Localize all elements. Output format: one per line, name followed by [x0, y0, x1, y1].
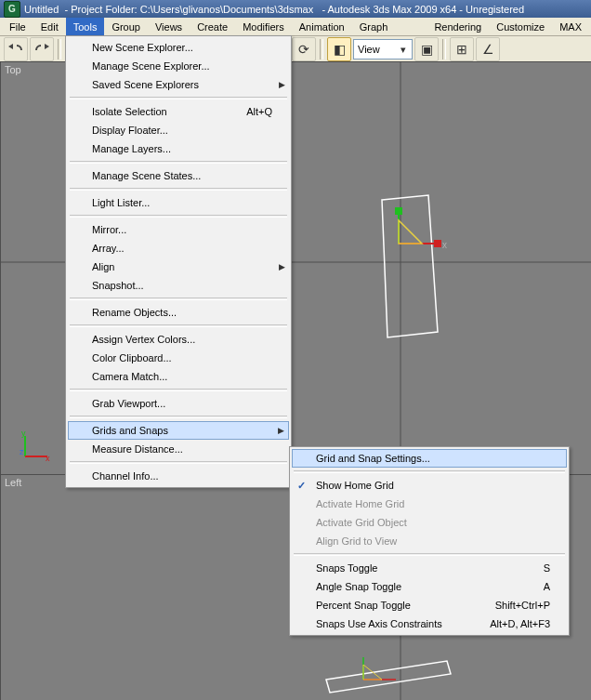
menu-separator — [294, 553, 565, 556]
tools-item-assign-vertex-colors[interactable]: Assign Vertex Colors... — [68, 330, 289, 349]
menu-graph-editors[interactable]: Graph Editors — [352, 18, 427, 35]
grids-item-percent-snap-toggle[interactable]: Percent Snap ToggleShift+Ctrl+P — [292, 596, 567, 614]
menu-tools[interactable]: Tools — [66, 18, 105, 35]
svg-rect-5 — [395, 207, 402, 215]
menu-views[interactable]: Views — [148, 18, 190, 35]
menu-bar: FileEditToolsGroupViewsCreateModifiersAn… — [0, 18, 591, 36]
menu-item-label: Light Lister... — [92, 197, 150, 208]
tools-item-measure-distance[interactable]: Measure Distance... — [68, 440, 289, 458]
tools-item-display-floater[interactable]: Display Floater... — [68, 121, 289, 139]
grids-item-grid-and-snap-settings[interactable]: Grid and Snap Settings... — [292, 449, 567, 468]
grids-item-activate-grid-object: Activate Grid Object — [292, 513, 567, 532]
tools-menu[interactable]: New Scene Explorer...Manage Scene Explor… — [65, 35, 292, 488]
svg-text:x: x — [442, 240, 447, 250]
select-rotate-button[interactable]: ⟳ — [292, 37, 316, 61]
menu-item-label: Grid and Snap Settings... — [316, 453, 430, 464]
svg-marker-19 — [363, 665, 382, 680]
selected-object-left[interactable] — [317, 652, 466, 700]
menu-max[interactable]: MAX — [552, 18, 589, 35]
toolbar-separator — [58, 39, 61, 59]
menu-modifiers[interactable]: Modifiers — [235, 18, 292, 35]
tools-item-light-lister[interactable]: Light Lister... — [68, 193, 289, 212]
menu-separator — [70, 324, 287, 327]
ref-coord-select[interactable]: View ▾ — [353, 39, 413, 59]
menu-item-label: Grab Viewport... — [92, 398, 165, 409]
menu-separator — [70, 161, 287, 164]
tools-item-align[interactable]: Align▶ — [68, 258, 289, 276]
menu-item-label: Color Clipboard... — [92, 352, 172, 363]
tools-item-mirror[interactable]: Mirror... — [68, 220, 289, 239]
grids-item-snaps-use-axis-constraints[interactable]: Snaps Use Axis ConstraintsAlt+D, Alt+F3 — [292, 614, 567, 633]
pivot-button[interactable]: ▣ — [414, 37, 439, 61]
tools-item-manage-scene-explorer[interactable]: Manage Scene Explorer... — [68, 57, 289, 75]
tools-item-snapshot[interactable]: Snapshot... — [68, 276, 289, 295]
menu-separator — [70, 416, 287, 418]
menu-item-label: Isolate Selection — [92, 106, 167, 117]
menu-item-label: Activate Grid Object — [316, 517, 407, 528]
menu-item-label: Mirror... — [92, 224, 126, 235]
menu-item-label: Snaps Use Axis Constraints — [316, 618, 442, 629]
submenu-arrow-icon: ▶ — [278, 426, 284, 435]
menu-item-shortcut: Alt+D, Alt+F3 — [490, 618, 550, 629]
menu-edit[interactable]: Edit — [33, 18, 66, 35]
grids-item-snaps-toggle[interactable]: Snaps ToggleS — [292, 559, 567, 577]
menu-item-label: New Scene Explorer... — [92, 42, 193, 53]
menu-group[interactable]: Group — [104, 18, 148, 35]
redo-button[interactable] — [30, 37, 54, 61]
submenu-arrow-icon: ▶ — [279, 80, 285, 89]
menu-item-shortcut: Alt+Q — [246, 106, 272, 117]
menu-item-label: Manage Scene Explorer... — [92, 60, 210, 72]
angle-snap-button[interactable]: ∠ — [476, 37, 500, 61]
chevron-down-icon: ▾ — [397, 44, 410, 56]
selected-object[interactable]: x — [363, 192, 475, 341]
check-icon: ✓ — [297, 480, 306, 492]
menu-item-shortcut: A — [544, 581, 550, 592]
grids-and-snaps-submenu[interactable]: Grid and Snap Settings...✓Show Home Grid… — [289, 446, 570, 636]
axis-gizmo: y x z — [20, 430, 51, 462]
tools-item-camera-match[interactable]: Camera Match... — [68, 367, 289, 386]
menu-separator — [294, 470, 565, 473]
tools-item-grids-and-snaps[interactable]: Grids and Snaps▶ — [68, 421, 289, 440]
menu-separator — [70, 97, 287, 99]
grids-item-show-home-grid[interactable]: ✓Show Home Grid — [292, 476, 567, 495]
title-reg: Unregistered — [466, 4, 524, 15]
tools-item-grab-viewport[interactable]: Grab Viewport... — [68, 394, 289, 413]
menu-item-label: Display Floater... — [92, 125, 168, 136]
menu-item-label: Align Grid to View — [316, 535, 397, 547]
menu-item-shortcut: Shift+Ctrl+P — [495, 600, 550, 611]
menu-item-label: Saved Scene Explorers — [92, 79, 199, 90]
grids-item-align-grid-to-view: Align Grid to View — [292, 532, 567, 550]
menu-separator — [70, 188, 287, 191]
app-icon: G — [4, 1, 20, 18]
tools-item-channel-info[interactable]: Channel Info... — [68, 467, 289, 485]
menu-customize[interactable]: Customize — [489, 18, 552, 35]
snap-toggle-button[interactable]: ⊞ — [450, 37, 474, 61]
tools-item-isolate-selection[interactable]: Isolate SelectionAlt+Q — [68, 102, 289, 121]
tools-item-manage-scene-states[interactable]: Manage Scene States... — [68, 166, 289, 185]
grids-item-activate-home-grid: Activate Home Grid — [292, 495, 567, 513]
menu-file[interactable]: File — [2, 18, 33, 35]
menu-separator — [70, 461, 287, 464]
menu-item-label: Manage Scene States... — [92, 170, 201, 181]
tools-item-array[interactable]: Array... — [68, 239, 289, 258]
tools-item-manage-layers[interactable]: Manage Layers... — [68, 139, 289, 158]
tools-item-color-clipboard[interactable]: Color Clipboard... — [68, 349, 289, 367]
menu-item-label: Align — [92, 261, 114, 272]
menu-rendering[interactable]: Rendering — [427, 18, 489, 35]
menu-animation[interactable]: Animation — [292, 18, 352, 35]
undo-button[interactable] — [4, 37, 28, 61]
ref-coord-label: View — [358, 44, 380, 55]
menu-separator — [70, 389, 287, 391]
tools-item-rename-objects[interactable]: Rename Objects... — [68, 303, 289, 322]
title-folder-label: - Project Folder: — [64, 4, 137, 15]
tools-item-saved-scene-explorers[interactable]: Saved Scene Explorers▶ — [68, 75, 289, 94]
select-scale-button[interactable]: ◧ — [327, 37, 351, 61]
menu-item-label: Measure Distance... — [92, 443, 183, 455]
menu-item-label: Channel Info... — [92, 470, 159, 482]
tools-item-new-scene-explorer[interactable]: New Scene Explorer... — [68, 38, 289, 57]
grids-item-angle-snap-toggle[interactable]: Angle Snap ToggleA — [292, 577, 567, 596]
menu-item-label: Percent Snap Toggle — [316, 600, 411, 611]
menu-create[interactable]: Create — [190, 18, 235, 35]
svg-marker-8 — [399, 220, 422, 244]
svg-text:y: y — [21, 430, 26, 438]
